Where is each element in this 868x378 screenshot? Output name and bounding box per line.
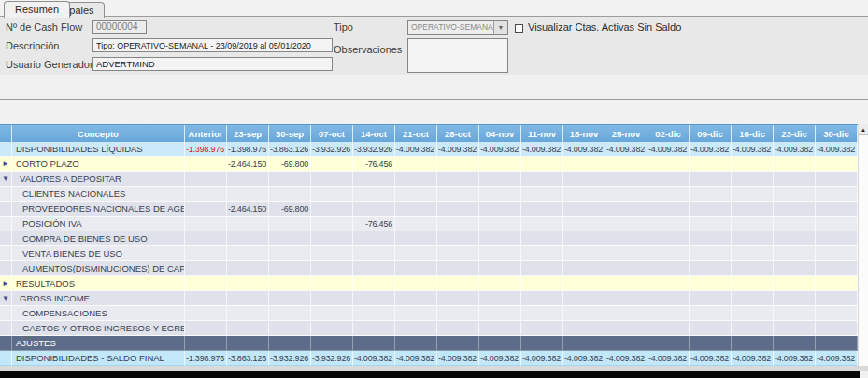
descripcion-input[interactable] [92, 38, 333, 52]
value-cell [563, 306, 605, 321]
value-cell [690, 276, 732, 291]
value-cell [479, 187, 521, 202]
column-header[interactable]: Anterior [185, 125, 227, 142]
column-header[interactable]: 21-oct [395, 125, 437, 142]
visualizar-checkbox-label[interactable]: Visualizar Ctas. Activas Sin Saldo [528, 21, 681, 33]
value-cell [395, 276, 437, 291]
table-row[interactable]: ▼GROSS INCOME [0, 291, 858, 306]
value-cell [732, 261, 774, 276]
column-header[interactable]: 30-dic [816, 125, 858, 142]
value-cell: -69.800 [269, 157, 311, 172]
column-header[interactable]: 11-nov [521, 125, 563, 142]
column-header[interactable]: 16-dic [732, 125, 774, 142]
value-cell [185, 187, 227, 202]
value-cell [563, 276, 605, 291]
table-row[interactable]: POSICIÓN IVA-76.456 [0, 217, 858, 231]
table-row[interactable]: COMPRA DE BIENES DE USO [0, 231, 858, 246]
column-header[interactable]: 04-nov [479, 125, 521, 142]
value-cell [269, 276, 311, 291]
value-cell [732, 202, 774, 217]
table-row[interactable]: ▼VALORES A DEPOSITAR [0, 172, 858, 187]
value-cell [185, 276, 227, 291]
value-cell [311, 321, 353, 336]
value-cell [690, 217, 732, 231]
value-cell [437, 157, 479, 172]
value-cell [647, 231, 690, 246]
value-cell [479, 336, 521, 351]
value-cell [311, 231, 353, 246]
value-cell [185, 157, 227, 172]
column-header[interactable]: 25-nov [605, 125, 647, 142]
value-cell [774, 336, 816, 351]
column-header[interactable]: 23-sep [227, 125, 269, 142]
value-cell [269, 261, 311, 276]
table-row[interactable]: CLIENTES NACIONALES [0, 187, 858, 202]
collapse-icon[interactable]: ▼ [2, 175, 9, 183]
value-cell [774, 291, 816, 306]
value-cell [521, 276, 563, 291]
usuario-generador-label: Usuario Generador [6, 59, 93, 70]
value-cell [647, 336, 690, 351]
expand-icon[interactable]: ► [2, 161, 9, 168]
value-cell [311, 261, 353, 276]
expander-column-header [0, 125, 12, 142]
column-header[interactable]: 18-nov [563, 125, 605, 142]
table-row[interactable]: ►RESULTADOS [0, 276, 858, 291]
concept-cell: AUMENTOS(DISMINUCIONES) DE CAPITAL [12, 261, 185, 276]
value-cell [437, 336, 479, 351]
column-header[interactable]: 14-oct [353, 125, 395, 142]
table-row[interactable]: AJUSTES [0, 336, 858, 351]
concept-cell: DISPONIBILIDADES LÍQUIDAS [12, 142, 185, 157]
value-cell [563, 261, 605, 276]
expand-icon[interactable]: ► [2, 280, 9, 287]
value-cell: -1.398.976 [185, 142, 227, 157]
visualizar-checkbox[interactable] [515, 24, 523, 33]
table-row[interactable]: AUMENTOS(DISMINUCIONES) DE CAPITAL [0, 261, 858, 276]
column-header[interactable]: 09-dic [690, 125, 732, 142]
value-cell [395, 321, 437, 336]
value-cell [521, 261, 563, 276]
value-cell [774, 246, 816, 261]
column-header[interactable]: 07-oct [311, 125, 353, 142]
table-row[interactable]: COMPENSACIONES [0, 306, 858, 321]
value-cell: -4.009.382 [605, 142, 647, 157]
value-cell [816, 261, 858, 276]
column-header[interactable]: 02-dic [647, 125, 690, 142]
column-header[interactable]: 28-oct [437, 125, 479, 142]
cash-flow-input[interactable] [92, 20, 147, 34]
table-row[interactable]: DISPONIBILIDADES - SALDO FINAL-1.398.976… [0, 351, 858, 366]
value-cell: -4.009.382 [353, 351, 395, 366]
datos-principales-panel: Nº de Cash Flow Descripción Usuario Gene… [0, 17, 868, 75]
value-cell [479, 306, 521, 321]
scroll-up-button[interactable]: ▲ [859, 124, 868, 135]
table-row[interactable]: DISPONIBILIDADES LÍQUIDAS-1.398.976-1.39… [0, 142, 858, 157]
column-header[interactable]: 30-sep [269, 125, 311, 142]
value-cell [395, 157, 437, 172]
observaciones-textarea[interactable] [407, 38, 508, 73]
value-cell [521, 291, 563, 306]
value-cell: -3.932.926 [311, 142, 353, 157]
tab-resumen[interactable]: Resumen [4, 1, 70, 18]
value-cell [690, 306, 732, 321]
value-cell [774, 187, 816, 202]
column-header[interactable]: 23-dic [774, 125, 816, 142]
value-cell [605, 306, 647, 321]
value-cell [353, 336, 395, 351]
value-cell [479, 172, 521, 187]
column-header[interactable]: Concepto [12, 125, 185, 142]
value-cell [816, 321, 858, 336]
value-cell [605, 172, 647, 187]
tipo-dropdown[interactable]: OPERATIVO-SEMANAL ▼ [407, 20, 508, 35]
value-cell [395, 336, 437, 351]
table-row[interactable]: GASTOS Y OTROS INGRESOS Y EGRESOS [0, 321, 858, 336]
value-cell [647, 172, 690, 187]
collapse-icon[interactable]: ▼ [2, 295, 9, 302]
table-row[interactable]: VENTA BIENES DE USO [0, 246, 858, 261]
usuario-generador-input[interactable] [92, 57, 333, 71]
chevron-down-icon[interactable]: ▼ [493, 21, 507, 34]
table-row[interactable]: PROVEEDORES NACIONALES DE AGENCIA-2.464.… [0, 202, 858, 217]
table-row[interactable]: ►CORTO PLAZO-2.464.150-69.800-76.456 [0, 157, 858, 172]
value-cell [647, 321, 690, 336]
vertical-scrollbar[interactable]: ▲ [858, 124, 868, 366]
value-cell [269, 187, 311, 202]
